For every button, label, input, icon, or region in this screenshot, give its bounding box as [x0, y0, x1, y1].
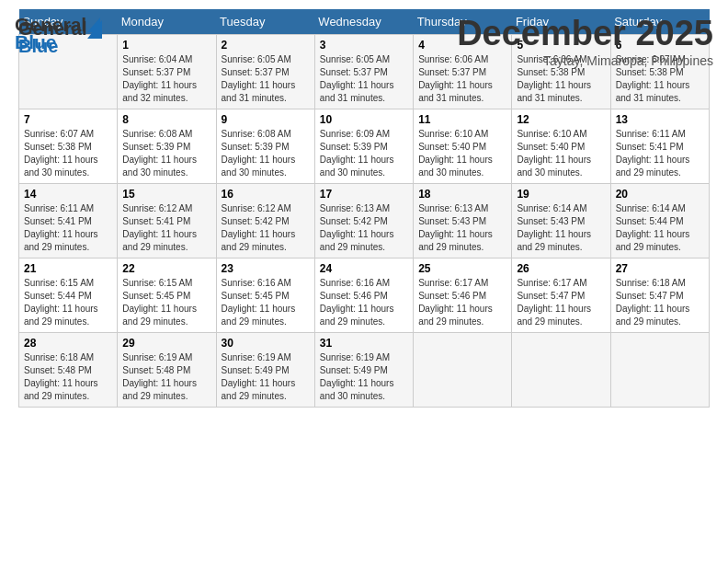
calendar-cell — [610, 333, 709, 408]
calendar-cell: 27Sunrise: 6:18 AMSunset: 5:47 PMDayligh… — [610, 259, 709, 333]
calendar-cell: 12Sunrise: 6:10 AMSunset: 5:40 PMDayligh… — [512, 109, 610, 184]
day-info: Sunrise: 6:17 AMSunset: 5:46 PMDaylight:… — [418, 277, 506, 328]
day-info: Sunrise: 6:18 AMSunset: 5:47 PMDaylight:… — [616, 277, 704, 328]
calendar-week-row: 14Sunrise: 6:11 AMSunset: 5:41 PMDayligh… — [19, 184, 710, 259]
day-info: Sunrise: 6:16 AMSunset: 5:46 PMDaylight:… — [320, 277, 408, 328]
day-number: 14 — [24, 188, 112, 201]
real-title-block: December 2025 Taytay, Mimaropa, Philippi… — [457, 15, 713, 68]
logo-chevron-icon — [87, 17, 100, 32]
day-number: 27 — [616, 262, 704, 275]
calendar-cell — [512, 333, 610, 408]
day-number: 26 — [517, 262, 605, 275]
calendar-cell: 30Sunrise: 6:19 AMSunset: 5:49 PMDayligh… — [216, 333, 314, 408]
day-number: 24 — [320, 262, 408, 275]
day-info: Sunrise: 6:19 AMSunset: 5:48 PMDaylight:… — [122, 351, 210, 403]
calendar-cell: 13Sunrise: 6:11 AMSunset: 5:41 PMDayligh… — [610, 109, 709, 184]
real-month-title: December 2025 — [457, 15, 713, 53]
day-number: 18 — [418, 188, 506, 201]
day-info: Sunrise: 6:08 AMSunset: 5:39 PMDaylight:… — [122, 128, 210, 179]
day-info: Sunrise: 6:11 AMSunset: 5:41 PMDaylight:… — [24, 202, 112, 254]
day-info: Sunrise: 6:15 AMSunset: 5:44 PMDaylight:… — [24, 277, 112, 328]
day-number: 21 — [24, 262, 112, 275]
calendar-cell: 18Sunrise: 6:13 AMSunset: 5:43 PMDayligh… — [414, 184, 512, 259]
calendar-week-row: 28Sunrise: 6:18 AMSunset: 5:48 PMDayligh… — [19, 333, 710, 408]
day-info: Sunrise: 6:14 AMSunset: 5:44 PMDaylight:… — [616, 202, 704, 254]
day-info: Sunrise: 6:07 AMSunset: 5:38 PMDaylight:… — [24, 128, 112, 179]
day-info: Sunrise: 6:13 AMSunset: 5:42 PMDaylight:… — [320, 202, 408, 254]
calendar-cell: 22Sunrise: 6:15 AMSunset: 5:45 PMDayligh… — [118, 259, 216, 333]
calendar-cell — [414, 333, 512, 408]
calendar-cell: 7Sunrise: 6:07 AMSunset: 5:38 PMDaylight… — [19, 109, 118, 184]
day-number: 12 — [517, 113, 605, 126]
day-info: Sunrise: 6:15 AMSunset: 5:45 PMDaylight:… — [122, 277, 210, 328]
day-number: 17 — [320, 188, 408, 201]
day-number: 28 — [24, 337, 112, 350]
calendar-cell: 23Sunrise: 6:16 AMSunset: 5:45 PMDayligh… — [216, 259, 314, 333]
day-info: Sunrise: 6:19 AMSunset: 5:49 PMDaylight:… — [222, 351, 310, 403]
day-number: 15 — [122, 188, 210, 201]
day-number: 25 — [418, 262, 506, 275]
day-number: 10 — [320, 113, 408, 126]
calendar-cell: 15Sunrise: 6:12 AMSunset: 5:41 PMDayligh… — [118, 184, 216, 259]
real-logo: General Blue — [15, 15, 102, 53]
day-number: 20 — [616, 188, 704, 201]
day-info: Sunrise: 6:19 AMSunset: 5:49 PMDaylight:… — [320, 351, 408, 403]
day-info: Sunrise: 6:10 AMSunset: 5:40 PMDaylight:… — [517, 128, 605, 179]
day-number: 22 — [122, 262, 210, 275]
real-location: Taytay, Mimaropa, Philippines — [457, 53, 713, 68]
calendar-week-row: 21Sunrise: 6:15 AMSunset: 5:44 PMDayligh… — [19, 259, 710, 333]
day-number: 16 — [222, 188, 310, 201]
day-number: 13 — [616, 113, 704, 126]
day-number: 9 — [222, 113, 310, 126]
calendar-week-row: 7Sunrise: 6:07 AMSunset: 5:38 PMDaylight… — [19, 109, 710, 184]
day-number: 29 — [122, 337, 210, 350]
calendar-body: 1Sunrise: 6:04 AMSunset: 5:37 PMDaylight… — [19, 35, 710, 408]
day-info: Sunrise: 6:12 AMSunset: 5:42 PMDaylight:… — [222, 202, 310, 254]
day-number: 31 — [320, 337, 408, 350]
calendar-table: SundayMondayTuesdayWednesdayThursdayFrid… — [18, 9, 710, 408]
real-header: General Blue December 2025 Taytay, Mimar… — [15, 15, 713, 68]
day-number: 8 — [122, 113, 210, 126]
day-number: 7 — [24, 113, 112, 126]
day-info: Sunrise: 6:13 AMSunset: 5:43 PMDaylight:… — [418, 202, 506, 254]
day-info: Sunrise: 6:17 AMSunset: 5:47 PMDaylight:… — [517, 277, 605, 328]
calendar-cell: 20Sunrise: 6:14 AMSunset: 5:44 PMDayligh… — [610, 184, 709, 259]
calendar-cell: 25Sunrise: 6:17 AMSunset: 5:46 PMDayligh… — [414, 259, 512, 333]
calendar-cell: 17Sunrise: 6:13 AMSunset: 5:42 PMDayligh… — [314, 184, 413, 259]
calendar-cell: 28Sunrise: 6:18 AMSunset: 5:48 PMDayligh… — [19, 333, 118, 408]
calendar-cell: 21Sunrise: 6:15 AMSunset: 5:44 PMDayligh… — [19, 259, 118, 333]
calendar-cell: 10Sunrise: 6:09 AMSunset: 5:39 PMDayligh… — [314, 109, 413, 184]
calendar-cell: 16Sunrise: 6:12 AMSunset: 5:42 PMDayligh… — [216, 184, 314, 259]
day-info: Sunrise: 6:11 AMSunset: 5:41 PMDaylight:… — [616, 128, 704, 179]
calendar-cell: 26Sunrise: 6:17 AMSunset: 5:47 PMDayligh… — [512, 259, 610, 333]
calendar-cell: 8Sunrise: 6:08 AMSunset: 5:39 PMDaylight… — [118, 109, 216, 184]
day-info: Sunrise: 6:10 AMSunset: 5:40 PMDaylight:… — [418, 128, 506, 179]
day-info: Sunrise: 6:16 AMSunset: 5:45 PMDaylight:… — [222, 277, 310, 328]
day-number: 11 — [418, 113, 506, 126]
calendar-cell: 14Sunrise: 6:11 AMSunset: 5:41 PMDayligh… — [19, 184, 118, 259]
calendar-cell: 11Sunrise: 6:10 AMSunset: 5:40 PMDayligh… — [414, 109, 512, 184]
day-info: Sunrise: 6:12 AMSunset: 5:41 PMDaylight:… — [122, 202, 210, 254]
day-info: Sunrise: 6:09 AMSunset: 5:39 PMDaylight:… — [320, 128, 408, 179]
calendar-cell: 19Sunrise: 6:14 AMSunset: 5:43 PMDayligh… — [512, 184, 610, 259]
day-number: 19 — [517, 188, 605, 201]
calendar-cell: 9Sunrise: 6:08 AMSunset: 5:39 PMDaylight… — [216, 109, 314, 184]
calendar-cell: 31Sunrise: 6:19 AMSunset: 5:49 PMDayligh… — [314, 333, 413, 408]
calendar-cell: 29Sunrise: 6:19 AMSunset: 5:48 PMDayligh… — [118, 333, 216, 408]
day-number: 23 — [222, 262, 310, 275]
calendar-cell: 24Sunrise: 6:16 AMSunset: 5:46 PMDayligh… — [314, 259, 413, 333]
svg-marker-4 — [87, 17, 100, 32]
day-info: Sunrise: 6:18 AMSunset: 5:48 PMDaylight:… — [24, 351, 112, 403]
day-number: 30 — [222, 337, 310, 350]
day-info: Sunrise: 6:14 AMSunset: 5:43 PMDaylight:… — [517, 202, 605, 254]
day-info: Sunrise: 6:08 AMSunset: 5:39 PMDaylight:… — [222, 128, 310, 179]
